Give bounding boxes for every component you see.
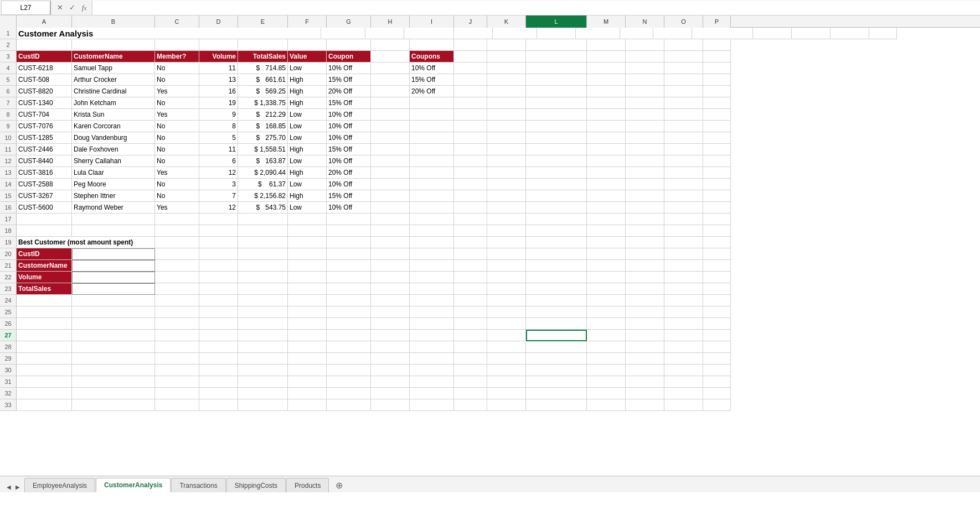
tab-employeeanalysis[interactable]: EmployeeAnalysis [24, 478, 95, 492]
cell-a1[interactable]: Customer Analysis [17, 28, 321, 39]
cell-o8[interactable] [664, 109, 703, 121]
cell-j18[interactable] [454, 225, 487, 237]
cell-h3[interactable] [371, 51, 410, 63]
add-sheet-button[interactable]: ⊕ [332, 478, 346, 492]
cell-c13[interactable]: Yes [155, 167, 199, 179]
cell-b14[interactable]: Peg Moore [72, 179, 155, 190]
cell-f6[interactable]: High [288, 86, 327, 97]
cell-g16[interactable]: 10% Off [327, 202, 371, 214]
cell-a24[interactable] [17, 295, 72, 306]
cell-i12[interactable] [410, 155, 454, 167]
cell-j11[interactable] [454, 144, 487, 155]
cell-j16[interactable] [454, 202, 487, 214]
cell-e10[interactable]: $ 275.70 [238, 132, 288, 144]
cell-h21[interactable] [371, 260, 410, 272]
scroll-tabs-right-button[interactable]: ▶ [13, 481, 22, 492]
cell-j19[interactable] [454, 237, 487, 248]
cell-e3-header[interactable]: TotalSales [238, 51, 288, 63]
cell-h7[interactable] [371, 97, 410, 109]
cell-p22[interactable] [703, 272, 731, 283]
cell-h16[interactable] [371, 202, 410, 214]
cell-d1[interactable] [365, 28, 404, 39]
cell-b18[interactable] [72, 225, 155, 237]
cell-c18[interactable] [155, 225, 199, 237]
cell-g8[interactable]: 10% Off [327, 109, 371, 121]
cell-i11[interactable] [410, 144, 454, 155]
cell-n23[interactable] [626, 283, 664, 295]
cell-f19[interactable] [288, 237, 327, 248]
cell-f16[interactable]: Low [288, 202, 327, 214]
cell-i21[interactable] [410, 260, 454, 272]
cell-i17[interactable] [410, 214, 454, 225]
cell-k7[interactable] [487, 97, 526, 109]
cell-j5[interactable] [454, 74, 487, 86]
cell-e13[interactable]: $ 2,090.44 [238, 167, 288, 179]
cell-d16[interactable]: 12 [199, 202, 238, 214]
cell-e9[interactable]: $ 168.85 [238, 121, 288, 132]
col-header-b[interactable]: B [72, 15, 155, 28]
cell-n6[interactable] [626, 86, 664, 97]
cell-o9[interactable] [664, 121, 703, 132]
cell-g2[interactable] [327, 39, 371, 51]
cell-k18[interactable] [487, 225, 526, 237]
cell-d6[interactable]: 16 [199, 86, 238, 97]
cell-l21[interactable] [526, 260, 587, 272]
cell-l4[interactable] [526, 63, 587, 74]
cell-o13[interactable] [664, 167, 703, 179]
cell-f11[interactable]: High [288, 144, 327, 155]
cell-e18[interactable] [238, 225, 288, 237]
cell-j14[interactable] [454, 179, 487, 190]
cell-l8[interactable] [526, 109, 587, 121]
col-header-g[interactable]: G [327, 15, 371, 28]
cell-b20[interactable] [72, 248, 155, 260]
cell-e5[interactable]: $ 661.61 [238, 74, 288, 86]
cell-j6[interactable] [454, 86, 487, 97]
confirm-formula-button[interactable]: ✓ [66, 2, 78, 13]
cell-n20[interactable] [626, 248, 664, 260]
cell-o20[interactable] [664, 248, 703, 260]
cell-n11[interactable] [626, 144, 664, 155]
cell-j1[interactable] [620, 28, 653, 39]
cell-k6[interactable] [487, 86, 526, 97]
cell-g10[interactable]: 10% Off [327, 132, 371, 144]
cell-j15[interactable] [454, 190, 487, 202]
cell-m10[interactable] [587, 132, 626, 144]
cell-b3-header[interactable]: CustomerName [72, 51, 155, 63]
cell-a5[interactable]: CUST-508 [17, 74, 72, 86]
cell-p4[interactable] [703, 63, 731, 74]
cell-b7[interactable]: John Ketcham [72, 97, 155, 109]
cell-m9[interactable] [587, 121, 626, 132]
cell-a8[interactable]: CUST-704 [17, 109, 72, 121]
cell-a15[interactable]: CUST-3267 [17, 190, 72, 202]
cell-g13[interactable]: 20% Off [327, 167, 371, 179]
cell-d23[interactable] [199, 283, 238, 295]
cell-n13[interactable] [626, 167, 664, 179]
cell-f20[interactable] [288, 248, 327, 260]
cell-f14[interactable]: Low [288, 179, 327, 190]
cell-n17[interactable] [626, 214, 664, 225]
cell-m14[interactable] [587, 179, 626, 190]
cell-j7[interactable] [454, 97, 487, 109]
cell-g23[interactable] [327, 283, 371, 295]
cell-g20[interactable] [327, 248, 371, 260]
cell-e6[interactable]: $ 569.25 [238, 86, 288, 97]
cell-a13[interactable]: CUST-3816 [17, 167, 72, 179]
cell-n21[interactable] [626, 260, 664, 272]
cell-k1[interactable] [653, 28, 692, 39]
cell-g3-header[interactable]: Coupon [327, 51, 371, 63]
cell-p13[interactable] [703, 167, 731, 179]
cell-d10[interactable]: 5 [199, 132, 238, 144]
cell-k22[interactable] [487, 272, 526, 283]
cell-n9[interactable] [626, 121, 664, 132]
cell-e7[interactable]: $ 1,338.75 [238, 97, 288, 109]
cell-b6[interactable]: Christine Cardinal [72, 86, 155, 97]
cell-k12[interactable] [487, 155, 526, 167]
cell-g4[interactable]: 10% Off [327, 63, 371, 74]
cell-i4[interactable]: 10% Off [410, 63, 454, 74]
cell-c4[interactable]: No [155, 63, 199, 74]
cell-e14[interactable]: $ 61.37 [238, 179, 288, 190]
cell-j8[interactable] [454, 109, 487, 121]
cell-j21[interactable] [454, 260, 487, 272]
cell-c23[interactable] [155, 283, 199, 295]
cell-e12[interactable]: $ 163.87 [238, 155, 288, 167]
